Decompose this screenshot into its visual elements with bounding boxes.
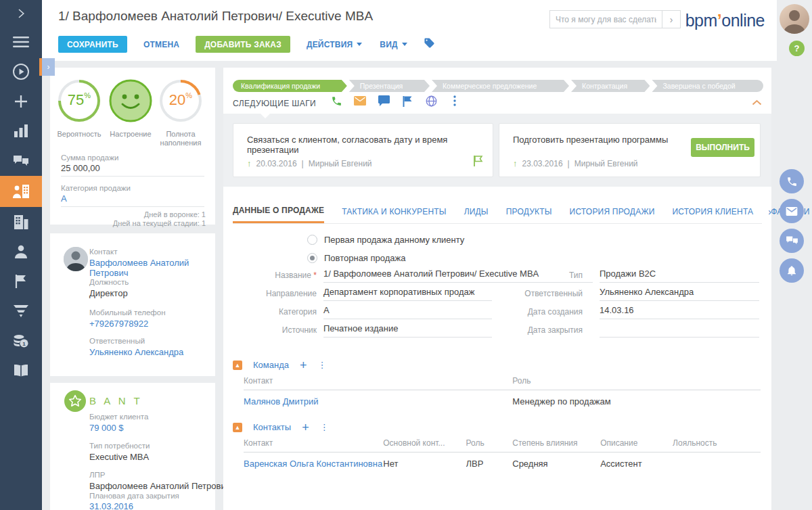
accounts-icon[interactable] (0, 207, 42, 237)
contacts-menu-icon[interactable]: ⋮ (320, 422, 329, 432)
stage-presentation[interactable]: Презентация (349, 80, 430, 92)
collapse-section-icon[interactable]: ▲ (233, 361, 242, 370)
table-row[interactable]: Варенская Ольга Константиновна Нет ЛВР С… (244, 453, 761, 472)
owner-link[interactable]: Ульяненко Александра (89, 347, 183, 357)
field-category[interactable]: А (323, 305, 492, 319)
stage-contracting[interactable]: Контрактация (571, 80, 650, 92)
radio-icon[interactable] (307, 235, 317, 245)
contacts-table: Контакт Основной конт... Роль Степень вл… (244, 438, 761, 471)
contacts-section-title[interactable]: Контакты (253, 422, 291, 432)
add-contact-icon[interactable]: + (302, 423, 309, 432)
team-col-role[interactable]: Роль (512, 376, 761, 390)
contacts-col-contact[interactable]: Контакт (244, 438, 383, 453)
field-source[interactable]: Печатное издание (323, 323, 492, 338)
tab-sale-data[interactable]: ДАННЫЕ О ПРОДАЖЕ (233, 200, 324, 223)
task-flag-icon[interactable] (401, 95, 413, 107)
radio-label: Повторная продажа (324, 253, 405, 263)
process-icon[interactable] (0, 57, 42, 87)
contacts-col-loyalty[interactable]: Лояльность (673, 438, 761, 453)
add-team-member-icon[interactable]: + (300, 361, 307, 370)
owner-label: Ответственный (89, 337, 145, 345)
panel-toggle-button[interactable]: › (39, 58, 55, 76)
field-created[interactable]: 14.03.16 (600, 305, 759, 319)
task-card[interactable]: Подготовить презентацию программы ↑ 23.0… (499, 123, 761, 177)
task-card[interactable]: Связаться с клиентом, согласовать дату и… (233, 123, 493, 177)
phone-link[interactable]: +79267978922 (89, 319, 148, 329)
finance-icon[interactable]: 1 (0, 326, 42, 356)
tag-icon[interactable] (424, 37, 435, 51)
field-type[interactable]: Продажи B2C (600, 269, 759, 283)
stage-proposal[interactable]: Коммерческое предложение (432, 80, 569, 92)
sales-icon[interactable] (0, 176, 42, 207)
feed-icon[interactable] (0, 146, 42, 176)
team-contact-link[interactable]: Малянов Дмитрий (244, 396, 318, 407)
contacts-col-influence[interactable]: Степень влияния (512, 438, 600, 453)
calls-panel-button[interactable] (780, 169, 804, 193)
save-button[interactable]: СОХРАНИТЬ (58, 36, 127, 53)
actions-dropdown[interactable]: ДЕЙСТВИЯ (305, 36, 363, 53)
radio-repeat-sale[interactable]: Повторная продажа (307, 253, 405, 263)
contact-main-value: Нет (383, 453, 466, 472)
team-role-value: Менеджер по продажам (512, 390, 761, 410)
contacts-col-main[interactable]: Основной конт... (383, 438, 466, 453)
add-order-button[interactable]: ДОБАВИТЬ ЗАКАЗ (196, 36, 290, 53)
close-date-value[interactable]: 31.03.2016 (89, 501, 133, 510)
tab-products[interactable]: ПРОДУКТЫ (506, 200, 552, 223)
help-button[interactable]: ? (789, 41, 805, 56)
menu-icon[interactable] (0, 27, 42, 57)
field-closed[interactable] (600, 323, 759, 338)
stage-won[interactable]: Завершена с победой (652, 80, 763, 92)
dashboards-icon[interactable] (0, 116, 42, 146)
contact-link[interactable]: Варфоломеев Анатолий Петрович (89, 258, 215, 278)
category-value[interactable]: А (61, 193, 204, 207)
team-col-contact[interactable]: Контакт (244, 376, 512, 390)
feed-panel-button[interactable] (780, 229, 804, 253)
tabs-scroll-right-icon[interactable]: › (768, 206, 771, 217)
flag-outline-icon[interactable] (473, 155, 483, 170)
user-avatar[interactable] (780, 4, 809, 34)
complete-task-button[interactable]: ВЫПОЛНИТЬ (691, 138, 754, 157)
lpr-value: Варфоломеев Анатолий Петрович (89, 481, 230, 491)
budget-value[interactable]: 79 000 $ (89, 423, 124, 433)
team-section-title[interactable]: Команда (253, 360, 289, 370)
call-icon[interactable] (330, 95, 342, 107)
team-menu-icon[interactable]: ⋮ (317, 360, 326, 370)
tab-leads[interactable]: ЛИДЫ (464, 200, 489, 223)
tab-bar: ДАННЫЕ О ПРОДАЖЕ ТАКТИКА И КОНКУРЕНТЫ ЛИ… (233, 200, 762, 224)
tab-client-history[interactable]: ИСТОРИЯ КЛИЕНТА (672, 200, 753, 223)
flag-icon[interactable] (0, 266, 42, 296)
amount-value[interactable]: 25 000,00 (61, 163, 204, 177)
tab-sale-history[interactable]: ИСТОРИЯ ПРОДАЖИ (570, 200, 655, 223)
expand-icon[interactable] (0, 0, 42, 27)
web-icon[interactable] (425, 95, 437, 107)
radio-first-sale[interactable]: Первая продажа данному клиенту (307, 235, 464, 245)
search-submit-icon[interactable]: › (662, 11, 680, 28)
stage-qualification[interactable]: Квалификация продажи (233, 80, 347, 92)
job-value: Директор (89, 288, 128, 298)
view-dropdown[interactable]: ВИД (378, 36, 408, 53)
meta-divider: | (568, 159, 570, 168)
email-panel-button[interactable] (780, 199, 804, 223)
collapse-chevron-icon[interactable] (752, 96, 762, 108)
funnel-icon[interactable] (0, 296, 42, 326)
contact-row-link[interactable]: Варенская Ольга Константиновна (244, 459, 382, 469)
chat-icon[interactable] (378, 95, 390, 107)
contact-avatar[interactable] (64, 247, 88, 271)
radio-selected-icon[interactable] (307, 253, 317, 263)
notifications-panel-button[interactable] (780, 258, 804, 283)
tab-tactics[interactable]: ТАКТИКА И КОНКУРЕНТЫ (342, 200, 446, 223)
contacts-icon[interactable] (0, 237, 42, 266)
contacts-col-role[interactable]: Роль (466, 438, 513, 453)
knowledge-icon[interactable] (0, 356, 42, 386)
more-actions-icon[interactable] (449, 95, 461, 107)
field-direction[interactable]: Департамент корпоративных продаж (323, 287, 492, 301)
search-input[interactable] (550, 15, 662, 24)
table-row[interactable]: Малянов Дмитрий Менеджер по продажам (244, 390, 761, 410)
collapse-section-icon[interactable]: ▲ (233, 423, 242, 432)
add-icon[interactable] (0, 87, 42, 116)
contacts-col-description[interactable]: Описание (600, 438, 673, 453)
email-icon[interactable] (354, 95, 366, 107)
field-owner[interactable]: Ульяненко Александра (600, 287, 759, 301)
cancel-button[interactable]: ОТМЕНА (142, 36, 181, 53)
mood-smiley-icon[interactable] (108, 78, 153, 126)
